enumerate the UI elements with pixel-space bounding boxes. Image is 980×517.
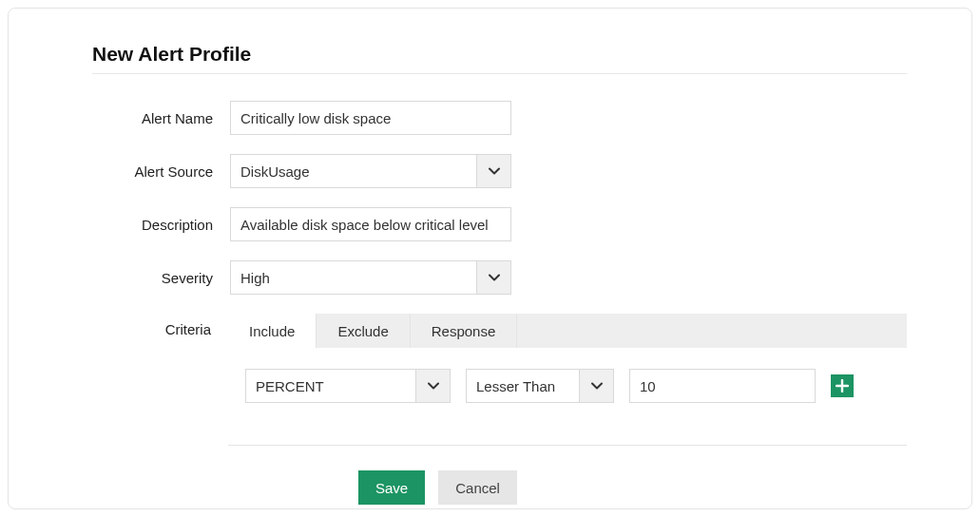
severity-dropdown-button[interactable] xyxy=(476,261,510,294)
severity-value: High xyxy=(231,261,476,294)
row-description: Description xyxy=(92,207,907,241)
label-severity: Severity xyxy=(92,270,230,286)
page-title: New Alert Profile xyxy=(92,43,907,66)
description-input[interactable] xyxy=(230,207,511,241)
tab-exclude[interactable]: Exclude xyxy=(317,314,410,348)
tab-include[interactable]: Include xyxy=(228,314,317,348)
alert-source-select[interactable]: DiskUsage xyxy=(230,154,511,188)
criteria-field-value: PERCENT xyxy=(246,370,415,402)
row-severity: Severity High xyxy=(92,260,907,295)
severity-select[interactable]: High xyxy=(230,260,511,295)
criteria-area: Include Exclude Response PERCENT Lesser xyxy=(228,314,907,446)
criteria-value-input[interactable] xyxy=(629,369,816,403)
label-alert-source: Alert Source xyxy=(92,163,230,180)
alert-source-value: DiskUsage xyxy=(231,155,476,187)
chevron-down-icon xyxy=(591,380,603,392)
criteria-operator-select[interactable]: Lesser Than xyxy=(466,369,614,403)
criteria-field-dropdown-button[interactable] xyxy=(415,370,450,402)
alert-name-input[interactable] xyxy=(230,101,511,135)
cancel-button[interactable]: Cancel xyxy=(438,470,517,505)
alert-profile-form: Alert Name Alert Source DiskUsage Descri… xyxy=(92,101,907,505)
label-criteria: Criteria xyxy=(92,314,228,337)
alert-profile-card: New Alert Profile Alert Name Alert Sourc… xyxy=(8,8,972,509)
save-button[interactable]: Save xyxy=(358,470,425,505)
alert-source-dropdown-button[interactable] xyxy=(476,155,510,187)
plus-icon xyxy=(836,379,849,393)
form-actions: Save Cancel xyxy=(358,470,907,505)
row-alert-name: Alert Name xyxy=(92,101,907,135)
criteria-operator-dropdown-button[interactable] xyxy=(579,370,613,402)
row-criteria: Criteria Include Exclude Response PERCEN… xyxy=(92,314,907,446)
row-alert-source: Alert Source DiskUsage xyxy=(92,154,907,188)
tab-response[interactable]: Response xyxy=(411,314,518,348)
criteria-body: PERCENT Lesser Than xyxy=(228,348,907,445)
criteria-field-select[interactable]: PERCENT xyxy=(245,369,451,403)
label-description: Description xyxy=(92,217,230,233)
add-criteria-button[interactable] xyxy=(831,374,854,397)
criteria-tabs: Include Exclude Response xyxy=(228,314,907,348)
title-divider xyxy=(92,73,907,74)
criteria-operator-value: Lesser Than xyxy=(467,370,579,402)
label-alert-name: Alert Name xyxy=(92,110,230,126)
chevron-down-icon xyxy=(489,272,500,283)
chevron-down-icon xyxy=(489,165,500,177)
chevron-down-icon xyxy=(428,380,439,392)
